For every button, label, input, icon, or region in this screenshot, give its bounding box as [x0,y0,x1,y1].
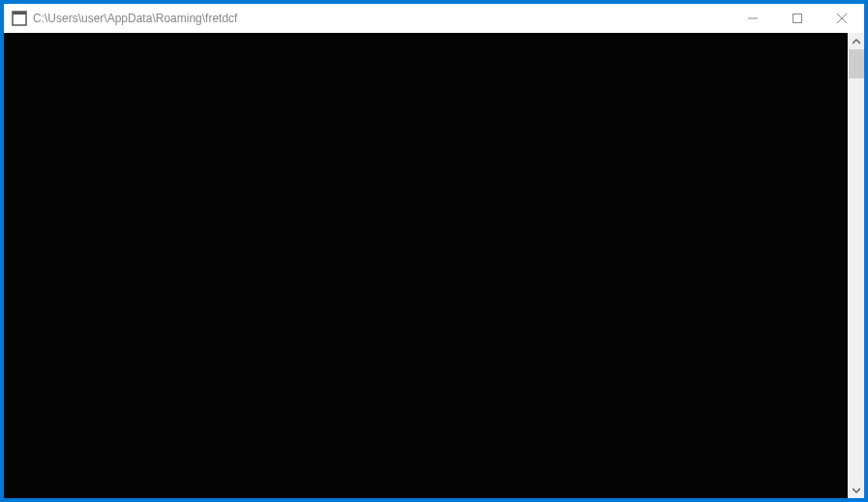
content-wrap [4,33,864,498]
application-window: C:\Users\user\AppData\Roaming\fretdcf [4,4,864,498]
svg-rect-3 [793,15,802,23]
app-icon [12,11,27,26]
window-title: C:\Users\user\AppData\Roaming\fretdcf [33,12,731,25]
scroll-track[interactable] [849,49,864,482]
scroll-up-button[interactable] [849,33,864,49]
console-area[interactable] [4,33,848,498]
titlebar[interactable]: C:\Users\user\AppData\Roaming\fretdcf [4,4,864,33]
svg-rect-1 [13,12,26,15]
vertical-scrollbar[interactable] [848,33,864,498]
maximize-button[interactable] [775,4,820,33]
scroll-thumb[interactable] [849,49,864,78]
scroll-down-button[interactable] [849,482,864,498]
window-controls [731,4,864,33]
minimize-button[interactable] [731,4,775,33]
close-button[interactable] [820,4,864,33]
